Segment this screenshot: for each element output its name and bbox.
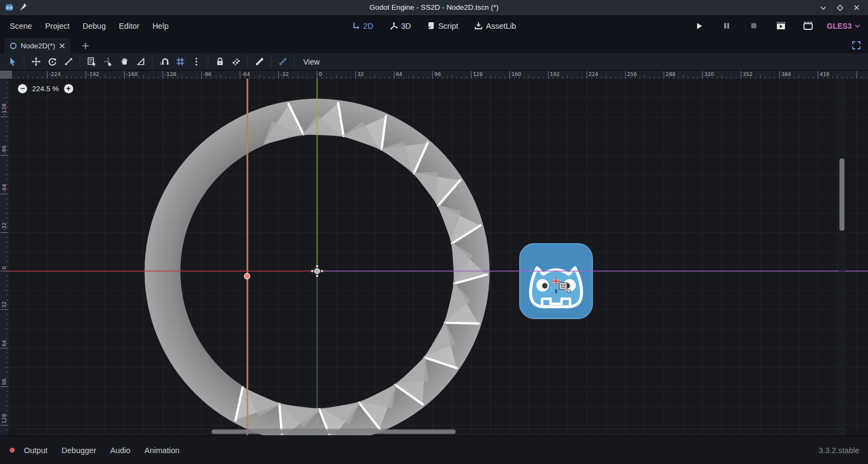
chevron-down-icon xyxy=(854,24,860,28)
new-tab-button[interactable] xyxy=(79,40,91,52)
minimize-button[interactable] xyxy=(818,3,828,12)
ruler-label: 32 xyxy=(358,71,364,77)
ruler-label: 64 xyxy=(1,340,7,346)
view-menu[interactable]: View xyxy=(298,58,325,66)
ruler-label: 416 xyxy=(820,71,829,77)
vertical-scrollbar-thumb[interactable] xyxy=(840,158,845,231)
workspace-assetlib[interactable]: AssetLib xyxy=(475,22,516,30)
ruler-label: 288 xyxy=(666,71,675,77)
ruler-label: 0 xyxy=(1,266,7,269)
assetlib-download-icon xyxy=(475,22,483,30)
ruler-label: 32 xyxy=(1,301,7,308)
scene-tabbar: Node2D(*) xyxy=(0,36,868,53)
menu-debug[interactable]: Debug xyxy=(76,22,112,30)
zoom-out-button[interactable]: − xyxy=(18,84,27,93)
ruler-label: -64 xyxy=(241,71,250,77)
menu-editor[interactable]: Editor xyxy=(112,22,146,30)
horizontal-scrollbar-thumb[interactable] xyxy=(212,430,456,434)
panel-animation[interactable]: Animation xyxy=(137,446,186,455)
ring-edge-teeth xyxy=(235,103,487,435)
skeleton-options-button[interactable] xyxy=(275,55,291,69)
distraction-free-icon[interactable] xyxy=(851,40,861,50)
node2d-icon xyxy=(10,42,17,49)
workspace-3d[interactable]: 3D xyxy=(390,22,411,30)
scale-tool-button[interactable] xyxy=(60,55,76,69)
script-icon xyxy=(427,22,435,30)
ruler-label: 384 xyxy=(781,71,791,77)
group-object-button[interactable] xyxy=(228,55,244,69)
ruler-label: -192 xyxy=(87,71,99,77)
ruler-label: 64 xyxy=(396,71,403,77)
snap-options-button[interactable] xyxy=(188,55,205,69)
workspace-script-label: Script xyxy=(438,22,458,30)
window-title: Godot Engine - SS2D - Node2D.tscn (*) xyxy=(0,0,868,15)
shape-point-handle[interactable] xyxy=(245,274,250,279)
ruler-label: 128 xyxy=(1,414,7,424)
ruler-label: -160 xyxy=(126,71,138,77)
engine-version: 3.3.2.stable xyxy=(819,436,859,464)
renderer-label: GLES3 xyxy=(827,22,852,30)
select-tool-button[interactable] xyxy=(4,55,21,69)
ruler-label: 256 xyxy=(627,71,637,77)
canvas-toolbar: View xyxy=(0,53,868,71)
workspace-script[interactable]: Script xyxy=(427,22,458,30)
play-scene-button[interactable] xyxy=(773,19,789,33)
vertical-ruler[interactable]: -128-96-64-320326496128 xyxy=(0,79,8,435)
ruler-label: 224 xyxy=(589,71,598,77)
viewport-canvas[interactable] xyxy=(8,79,868,435)
move-tool-button[interactable] xyxy=(28,55,44,69)
ruler-label: -32 xyxy=(280,71,289,77)
ruler-label: -64 xyxy=(1,184,7,193)
menu-scene[interactable]: Scene xyxy=(3,22,39,30)
zoom-level: 224.5 % xyxy=(32,85,59,93)
tab-label: Node2D(*) xyxy=(21,42,55,50)
grid-snap-button[interactable] xyxy=(172,55,188,69)
panel-debugger[interactable]: Debugger xyxy=(55,446,104,455)
ruler-label: -224 xyxy=(49,71,61,77)
close-icon[interactable] xyxy=(852,3,861,12)
vertical-scrollbar-track[interactable] xyxy=(839,79,845,435)
workspace-2d-label: 2D xyxy=(363,22,374,30)
pan-tool-button[interactable] xyxy=(116,55,132,69)
menu-help[interactable]: Help xyxy=(146,22,175,30)
pause-button[interactable] xyxy=(718,19,735,33)
stop-button[interactable] xyxy=(745,19,762,33)
tab-node2d[interactable]: Node2D(*) xyxy=(4,38,71,53)
bone-tool-button[interactable] xyxy=(251,55,267,69)
panel-audio[interactable]: Audio xyxy=(103,446,137,455)
3d-icon xyxy=(390,22,398,30)
zoom-controls: − 224.5 % + xyxy=(18,82,73,94)
ruler-label: 192 xyxy=(550,71,560,77)
panel-output[interactable]: Output xyxy=(17,446,55,455)
lock-object-button[interactable] xyxy=(212,55,228,69)
horizontal-ruler[interactable]: -224-192-160-128-96-64-32032649612816019… xyxy=(0,71,868,79)
ruler-label: 352 xyxy=(743,71,752,77)
rotate-tool-button[interactable] xyxy=(44,55,60,69)
workspace-assetlib-label: AssetLib xyxy=(486,22,516,30)
workspace-2d[interactable]: 2D xyxy=(352,22,374,30)
smart-snap-button[interactable] xyxy=(156,55,172,69)
ruler-label: -32 xyxy=(1,223,7,231)
play-button[interactable] xyxy=(691,19,707,33)
ruler-label: 320 xyxy=(704,71,714,77)
menubar: Scene Project Debug Editor Help 2D 3D xyxy=(0,15,868,37)
pivot-tool-button[interactable] xyxy=(100,55,116,69)
2d-icon xyxy=(352,22,360,30)
maximize-button[interactable] xyxy=(835,3,845,12)
zoom-in-button[interactable]: + xyxy=(64,84,73,93)
menu-project[interactable]: Project xyxy=(39,22,76,30)
ruler-label: -128 xyxy=(164,71,176,77)
ruler-label: 160 xyxy=(512,71,521,77)
ruler-label: -96 xyxy=(203,71,212,77)
ruler-label: 96 xyxy=(1,379,7,385)
ruler-label: -128 xyxy=(1,104,7,116)
renderer-select[interactable]: GLES3 xyxy=(827,22,860,30)
statusbar: Output Debugger Audio Animation 3.3.2.st… xyxy=(0,435,868,464)
ruler-label: 128 xyxy=(473,71,483,77)
ruler-tool-button[interactable] xyxy=(132,55,149,69)
tab-close-icon[interactable] xyxy=(59,43,65,49)
output-notification-dot xyxy=(10,448,15,453)
play-custom-scene-button[interactable] xyxy=(800,19,816,33)
list-select-tool-button[interactable] xyxy=(84,55,100,69)
node-origin-gizmo[interactable] xyxy=(311,265,323,277)
